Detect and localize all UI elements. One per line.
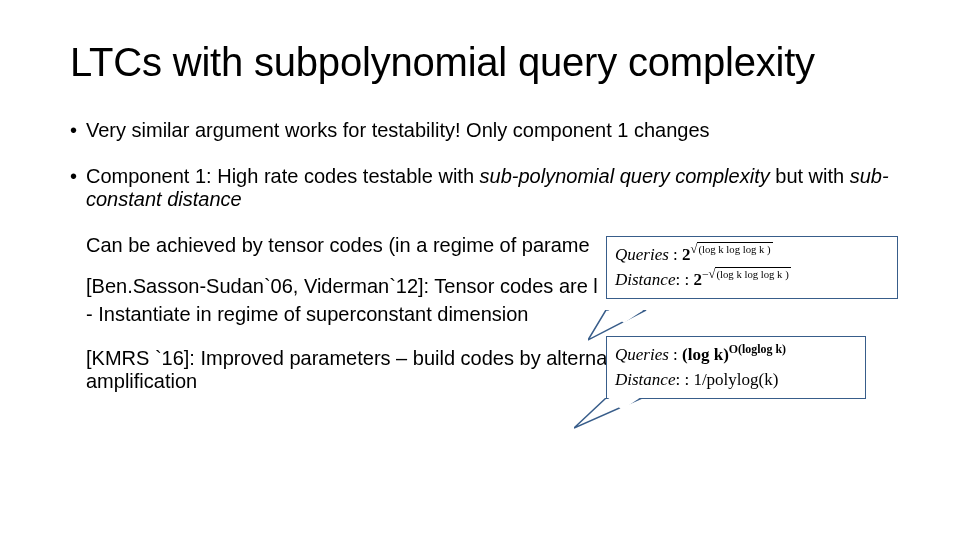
callout-2-q-sup-text: O(loglog k) — [729, 342, 786, 356]
callout-2-d-colon: : : — [675, 370, 693, 389]
callout-1-d-radicand: (log k log log k ) — [715, 267, 790, 280]
svg-marker-1 — [607, 310, 645, 323]
slide: LTCs with subpolynomial query complexity… — [0, 0, 960, 540]
callout-2-d-expr: 1/polylog(k) — [693, 370, 778, 389]
callout-1-d-colon: : : — [675, 270, 693, 289]
callout-queries-distance-1: Queries : 2√(log k log log k ) Distance:… — [606, 236, 898, 299]
callout-1-q-label: Queries — [615, 245, 669, 264]
callout-1-q-exp: √(log k log log k ) — [691, 242, 773, 256]
bullet-1: Very similar argument works for testabil… — [70, 119, 900, 143]
para-instantiate: - Instantiate in regime of superconstant… — [86, 303, 900, 327]
callout-2-queries: Queries : (log k)O(loglog k) — [615, 343, 857, 368]
callout-1-d-label: Distance — [615, 270, 675, 289]
bullet-2: Component 1: High rate codes testable wi… — [70, 165, 900, 212]
callout-tail-mask-icon — [588, 310, 648, 350]
callout-1-q-radicand: (log k log log k ) — [697, 242, 772, 255]
bullet-1-text: Very similar argument works for testabil… — [86, 119, 900, 143]
bullet-2-text: Component 1: High rate codes testable wi… — [86, 165, 900, 212]
callout-1-d-neg: − — [702, 267, 709, 281]
callout-1-q-colon: : — [669, 245, 682, 264]
callout-1-d-base: 2 — [693, 270, 702, 289]
bullet-2-part-a: Component 1: High rate codes testable wi… — [86, 165, 480, 187]
callout-1-q-base: 2 — [682, 245, 691, 264]
callout-1-inner: Queries : 2√(log k log log k ) Distance:… — [607, 237, 897, 298]
bullet-dot — [70, 165, 86, 212]
callout-1-distance: Distance: : 2−√(log k log log k ) — [615, 268, 889, 293]
callout-2-q-sup: O(loglog k) — [729, 342, 786, 356]
callout-2-q-colon: : — [669, 345, 682, 364]
svg-marker-3 — [607, 398, 641, 410]
callout-tail-mask-icon — [574, 398, 644, 438]
callout-2-d-label: Distance — [615, 370, 675, 389]
slide-title: LTCs with subpolynomial query complexity — [70, 40, 900, 85]
bullet-dot — [70, 119, 86, 143]
callout-2-distance: Distance: : 1/polylog(k) — [615, 368, 857, 393]
bullet-2-part-b: but with — [770, 165, 850, 187]
callout-1-d-exp: −√(log k log log k ) — [702, 267, 791, 281]
bullet-2-em1: sub-polynomial query complexity — [480, 165, 770, 187]
callout-1-queries: Queries : 2√(log k log log k ) — [615, 243, 889, 268]
callout-2-q-base: (log k) — [682, 345, 729, 364]
